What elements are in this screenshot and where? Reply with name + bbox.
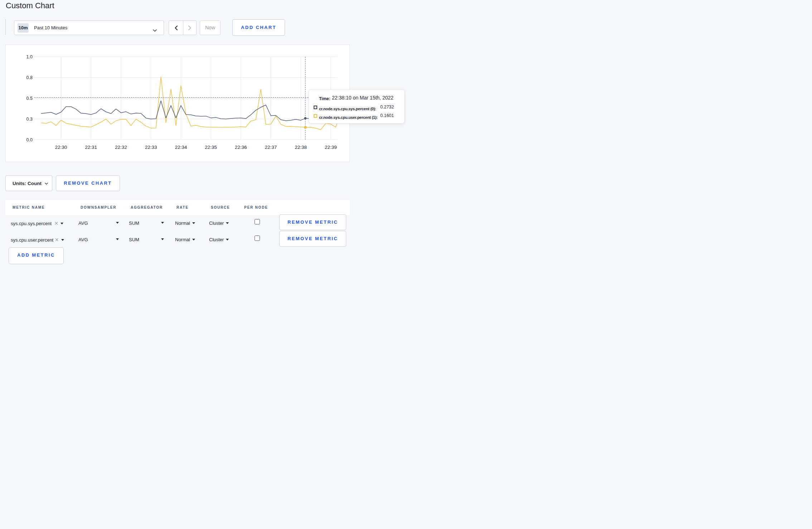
svg-text:22:39: 22:39 bbox=[325, 145, 337, 150]
svg-text:22:37: 22:37 bbox=[265, 145, 277, 150]
svg-text:22:30: 22:30 bbox=[55, 145, 67, 150]
svg-text:1.0: 1.0 bbox=[26, 54, 33, 59]
svg-text:0.3: 0.3 bbox=[26, 117, 33, 122]
svg-text:22:35: 22:35 bbox=[205, 145, 217, 150]
svg-text:22:32: 22:32 bbox=[115, 145, 127, 150]
svg-text:0.0: 0.0 bbox=[26, 137, 33, 142]
svg-text:22:34: 22:34 bbox=[175, 145, 187, 150]
svg-text:0.8: 0.8 bbox=[26, 75, 33, 80]
svg-text:22:38: 22:38 bbox=[295, 145, 307, 150]
svg-text:22:36: 22:36 bbox=[235, 145, 247, 150]
svg-text:22:31: 22:31 bbox=[85, 145, 97, 150]
svg-text:0.5: 0.5 bbox=[26, 96, 33, 101]
svg-text:22:33: 22:33 bbox=[145, 145, 157, 150]
